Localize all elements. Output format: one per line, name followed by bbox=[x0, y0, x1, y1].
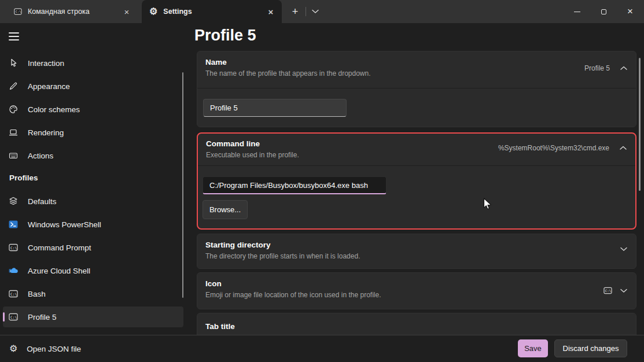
setting-description: Executable used in the profile. bbox=[206, 151, 627, 159]
tab-settings[interactable]: ⚙ Settings × bbox=[142, 0, 282, 23]
close-tab-icon[interactable]: × bbox=[122, 6, 132, 17]
plus-icon: + bbox=[292, 6, 299, 18]
cmd-icon: C:\ bbox=[9, 243, 18, 252]
sidebar-item-command-prompt[interactable]: C:\ Command Prompt bbox=[3, 237, 183, 258]
setting-description: Emoji or image file location of the icon… bbox=[205, 291, 628, 299]
setting-card-starting-directory: Starting directory The directory the pro… bbox=[197, 234, 636, 269]
open-json-file-button[interactable]: ⚙ Open JSON file bbox=[9, 335, 81, 362]
expander-header-icon[interactable]: Icon Emoji or image file location of the… bbox=[197, 273, 636, 299]
content-scrollbar[interactable] bbox=[639, 58, 641, 191]
sidebar-item-label: Interaction bbox=[28, 59, 64, 68]
browse-button[interactable]: Browse... bbox=[203, 200, 248, 219]
sidebar-item-label: Rendering bbox=[28, 128, 64, 137]
hamburger-menu-button[interactable] bbox=[9, 32, 19, 40]
sidebar: Interaction Appearance Color schemes Ren… bbox=[0, 23, 191, 335]
keyboard-icon bbox=[9, 151, 18, 160]
pen-icon bbox=[9, 82, 18, 91]
close-icon: × bbox=[627, 6, 633, 17]
powershell-icon bbox=[9, 220, 18, 229]
sidebar-item-color-schemes[interactable]: Color schemes bbox=[3, 99, 183, 120]
svg-text:C:\: C:\ bbox=[10, 246, 17, 250]
maximize-icon bbox=[601, 9, 606, 14]
setting-card-command-line: Command line Executable used in the prof… bbox=[197, 132, 636, 230]
palette-icon bbox=[9, 105, 18, 114]
setting-title: Starting directory bbox=[205, 241, 628, 249]
expander-header-command-line[interactable]: Command line Executable used in the prof… bbox=[198, 134, 635, 166]
svg-text:C:\: C:\ bbox=[10, 315, 17, 319]
minimize-button[interactable] bbox=[564, 0, 590, 23]
sidebar-item-rendering[interactable]: Rendering bbox=[3, 122, 183, 143]
sidebar-item-label: Color schemes bbox=[28, 105, 80, 114]
terminal-settings-window: C:\ Командная строка × ⚙ Settings × + × … bbox=[0, 0, 644, 362]
expander-header-tab-title[interactable]: Tab title bbox=[197, 313, 636, 331]
chevron-up-icon bbox=[620, 146, 627, 150]
setting-current-value: %SystemRoot%\System32\cmd.exe bbox=[498, 144, 609, 152]
selected-accent-pill bbox=[3, 312, 5, 322]
expander-header-name[interactable]: Name The name of the profile that appear… bbox=[197, 51, 636, 88]
tab-dropdown-button[interactable] bbox=[308, 5, 323, 19]
sidebar-item-label: Actions bbox=[28, 152, 53, 160]
setting-title: Name bbox=[205, 58, 628, 67]
bottom-bar: ⚙ Open JSON file Save Discard changes bbox=[0, 335, 644, 362]
setting-description: The directory the profile starts in when… bbox=[205, 252, 628, 260]
maximize-button[interactable] bbox=[590, 0, 617, 23]
sidebar-item-label: Profile 5 bbox=[28, 313, 57, 322]
svg-text:C:\: C:\ bbox=[605, 289, 612, 293]
layers-icon bbox=[9, 197, 18, 206]
tab-title: Settings bbox=[163, 8, 260, 16]
expander-header-starting-directory[interactable]: Starting directory The directory the pro… bbox=[197, 234, 636, 260]
new-tab-button[interactable]: + bbox=[287, 5, 303, 19]
sidebar-item-appearance[interactable]: Appearance bbox=[3, 76, 183, 97]
save-button[interactable]: Save bbox=[518, 339, 548, 357]
sidebar-item-label: Windows PowerShell bbox=[28, 220, 101, 229]
tabbar-separator bbox=[306, 7, 306, 16]
name-input[interactable] bbox=[203, 99, 347, 117]
chevron-up-icon bbox=[620, 66, 627, 71]
sidebar-item-windows-powershell[interactable]: Windows PowerShell bbox=[3, 214, 183, 235]
cmd-icon: C:\ bbox=[9, 289, 18, 298]
titlebar: C:\ Командная строка × ⚙ Settings × + × bbox=[0, 0, 644, 23]
svg-text:C:\: C:\ bbox=[16, 10, 21, 13]
monitor-icon bbox=[9, 128, 18, 137]
tab-title: Командная строка bbox=[28, 8, 116, 16]
close-window-button[interactable]: × bbox=[617, 0, 643, 23]
minimize-icon bbox=[574, 12, 580, 12]
sidebar-item-profile-5[interactable]: C:\ Profile 5 bbox=[3, 306, 183, 327]
sidebar-item-bash[interactable]: C:\ Bash bbox=[3, 283, 183, 304]
sidebar-item-azure-cloud-shell[interactable]: Azure Cloud Shell bbox=[3, 260, 183, 281]
command-line-input[interactable] bbox=[203, 176, 387, 194]
gear-icon: ⚙ bbox=[9, 344, 17, 353]
chevron-down-icon bbox=[620, 289, 627, 293]
discard-changes-button[interactable]: Discard changes bbox=[554, 339, 627, 357]
setting-description: The name of the profile that appears in … bbox=[205, 69, 628, 77]
sidebar-item-label: Appearance bbox=[28, 82, 70, 91]
gear-icon: ⚙ bbox=[149, 7, 157, 16]
sidebar-item-label: Defaults bbox=[28, 197, 57, 206]
chevron-down-icon bbox=[312, 9, 319, 14]
cursor-icon bbox=[9, 58, 18, 68]
open-json-file-label: Open JSON file bbox=[27, 345, 81, 353]
profiles-section-header: Profiles bbox=[9, 173, 38, 182]
setting-card-tab-title: Tab title bbox=[197, 313, 636, 335]
cmd-icon: C:\ bbox=[14, 8, 22, 16]
setting-title: Icon bbox=[205, 279, 628, 288]
sidebar-item-label: Bash bbox=[28, 290, 46, 298]
cmd-icon: C:\ bbox=[9, 312, 18, 322]
setting-current-value: Profile 5 bbox=[584, 64, 610, 72]
sidebar-item-defaults[interactable]: Defaults bbox=[3, 191, 183, 212]
svg-text:C:\: C:\ bbox=[10, 292, 17, 296]
setting-card-name: Name The name of the profile that appear… bbox=[197, 51, 636, 127]
setting-card-icon: Icon Emoji or image file location of the… bbox=[197, 272, 636, 309]
sidebar-item-label: Command Prompt bbox=[28, 243, 91, 252]
sidebar-item-actions[interactable]: Actions bbox=[3, 145, 183, 166]
setting-title: Tab title bbox=[205, 322, 628, 331]
page-title: Profile 5 bbox=[194, 27, 256, 45]
sidebar-item-label: Azure Cloud Shell bbox=[28, 267, 90, 275]
sidebar-scrollbar[interactable] bbox=[182, 72, 183, 298]
close-tab-icon[interactable]: × bbox=[266, 6, 276, 17]
cmd-icon: C:\ bbox=[603, 286, 612, 295]
tab-command-prompt[interactable]: C:\ Командная строка × bbox=[6, 0, 138, 23]
sidebar-item-interaction[interactable]: Interaction bbox=[3, 53, 183, 73]
cloud-icon bbox=[9, 266, 18, 275]
chevron-down-icon bbox=[620, 247, 627, 252]
